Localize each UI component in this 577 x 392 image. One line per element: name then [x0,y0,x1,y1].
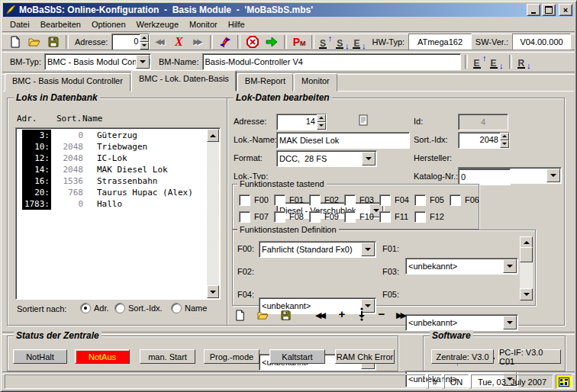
spin-down-icon[interactable] [140,42,149,50]
prog-mode-indicator[interactable]: Prog.-mode [204,349,259,364]
checkbox-icon[interactable] [274,194,285,206]
adresse-spin-buttons[interactable] [140,34,149,50]
tab-bmc-lok-daten-basis[interactable]: BMC - Lok. Daten-Basis [131,70,237,92]
lok-row[interactable]: 12:2048IC-Lok [18,153,206,164]
db-remove-button[interactable]: − [372,306,391,321]
close-button[interactable]: × [559,4,572,16]
radio-sort-idx[interactable]: Sort.-Idx. [114,303,163,313]
man-start-button[interactable]: man. Start [140,349,195,364]
scroll-up-icon[interactable] [207,129,219,142]
radio-icon[interactable] [80,303,91,313]
fkey-f05[interactable]: F05 [414,194,444,205]
radio-sort-adr[interactable]: Adr. [80,303,109,313]
fkey-f09[interactable]: F09 [309,211,339,222]
spin-down-icon[interactable] [317,122,326,130]
lok-name-input[interactable]: MAK Diesel Lok [276,132,410,149]
fkey-f08[interactable]: F08 [274,211,304,222]
lok-new-button[interactable] [230,307,249,323]
menu-hilfe[interactable]: Hilfe [223,18,250,31]
send-s1-button[interactable]: S↑ [318,35,334,49]
f01-dropdown[interactable]: <unbekannt> [405,258,518,275]
checkbox-icon[interactable] [379,194,391,206]
lok-row[interactable]: 14:2048MAK Diesel Lok [18,164,206,175]
menu-werkzeuge[interactable]: Werkzeuge [131,18,184,31]
db-last-button[interactable]: ▶▶ [392,307,411,323]
send-e2-button[interactable]: E↓ [351,35,367,49]
open-file-button[interactable] [25,34,44,50]
bm-typ-dropdown[interactable]: BMC - Basis Modul Controller [44,53,151,70]
stop-button[interactable] [243,34,262,50]
next-lok-button[interactable]: ▶▶ [189,34,207,50]
send-s2-button[interactable]: S↓ [334,35,350,49]
emergency-lok-button[interactable] [216,34,234,50]
checkbox-icon[interactable] [309,211,321,223]
lok-row[interactable]: 16:1536Strassenbahn [18,175,206,187]
fkey-f11[interactable]: F11 [379,211,408,222]
checkbox-icon[interactable] [309,194,321,206]
scroll-down-icon[interactable] [520,288,533,300]
fkey-f06[interactable]: F06 [450,194,479,205]
lok-open-button[interactable] [253,307,272,323]
kaltstart-button[interactable]: Kaltstart [269,349,325,364]
minimize-button[interactable] [527,4,540,16]
go-button[interactable] [263,34,281,50]
dropdown-arrow-icon[interactable] [362,152,376,165]
prog-mode-button[interactable]: PM [290,34,308,50]
db-insert-button[interactable] [353,307,371,322]
tab-bm-report[interactable]: BM-Report [237,73,293,92]
spin-up-icon[interactable] [140,34,149,42]
fkey-f12[interactable]: F12 [414,211,444,222]
checkbox-icon[interactable] [239,194,250,206]
fkey-f03[interactable]: F03 [344,194,374,205]
menu-bearbeiten[interactable]: Bearbeiten [35,18,86,31]
checkbox-icon[interactable] [379,211,391,223]
lok-row[interactable]: 1783:0Hallo [18,198,206,210]
scroll-down-icon[interactable] [207,285,219,298]
menu-optionen[interactable]: Optionen [86,18,131,31]
definition-scrollbar[interactable] [520,236,533,300]
tab-bmc-basis-modul-controller[interactable]: BMC - Basis Modul Controller [5,73,131,92]
db-first-button[interactable]: ◀◀ [311,307,330,323]
radio-icon[interactable] [114,303,125,313]
dropdown-arrow-icon[interactable] [503,259,517,273]
checkbox-icon[interactable] [344,194,356,206]
module-e2-button[interactable]: E↓ [488,55,505,69]
spin-down-icon[interactable] [500,140,509,148]
fkey-f00[interactable]: F00 [239,194,269,205]
spin-buttons[interactable] [317,114,326,130]
radio-icon[interactable] [171,303,182,313]
fkey-f10[interactable]: F10 [344,211,374,222]
spin-up-icon[interactable] [317,114,326,122]
module-e1-button[interactable]: E↑ [472,55,488,69]
menu-datei[interactable]: Datei [5,18,35,31]
maximize-button[interactable] [542,4,556,16]
module-r2-button[interactable]: R↓ [516,55,533,69]
lok-row[interactable]: 10:2048Triebwagen [18,141,206,153]
db-add-button[interactable]: + [333,306,351,321]
spin-up-icon[interactable] [500,133,509,140]
fkey-f07[interactable]: F07 [239,211,269,222]
checkbox-icon[interactable] [414,194,426,206]
notaus-button[interactable]: NotAus [75,349,130,364]
lok-save-button[interactable] [276,307,295,323]
dropdown-arrow-icon[interactable] [546,169,560,182]
nothalt-button[interactable]: NotHalt [13,349,67,364]
ram-chk-error-indicator[interactable]: RAM Chk Error [335,349,395,364]
fkey-f02[interactable]: F02 [309,194,339,205]
fkey-f01[interactable]: F01 [274,194,304,205]
katalog-input[interactable]: 0 [458,169,511,185]
lok-adresse-spinner[interactable]: 14 [276,114,327,130]
checkbox-icon[interactable] [414,211,426,223]
adresse-spinner[interactable]: 0 [111,34,150,50]
f00-dropdown[interactable]: Fahrlicht (Standard Fx0) [259,241,376,258]
bm-name-input[interactable]: Basis-Modul-Controller V4 [202,53,461,70]
delete-lok-button[interactable]: X [169,34,188,50]
dropdown-arrow-icon[interactable] [136,55,150,69]
dropdown-arrow-icon[interactable] [503,316,517,329]
radio-sort-name[interactable]: Name [171,303,207,313]
prev-lok-button[interactable]: ◀◀ [150,34,169,50]
spin-buttons[interactable] [500,133,509,148]
scroll-thumb[interactable] [520,247,533,262]
sort-idx-spinner[interactable]: 2048 [458,132,510,149]
dropdown-arrow-icon[interactable] [361,243,375,256]
